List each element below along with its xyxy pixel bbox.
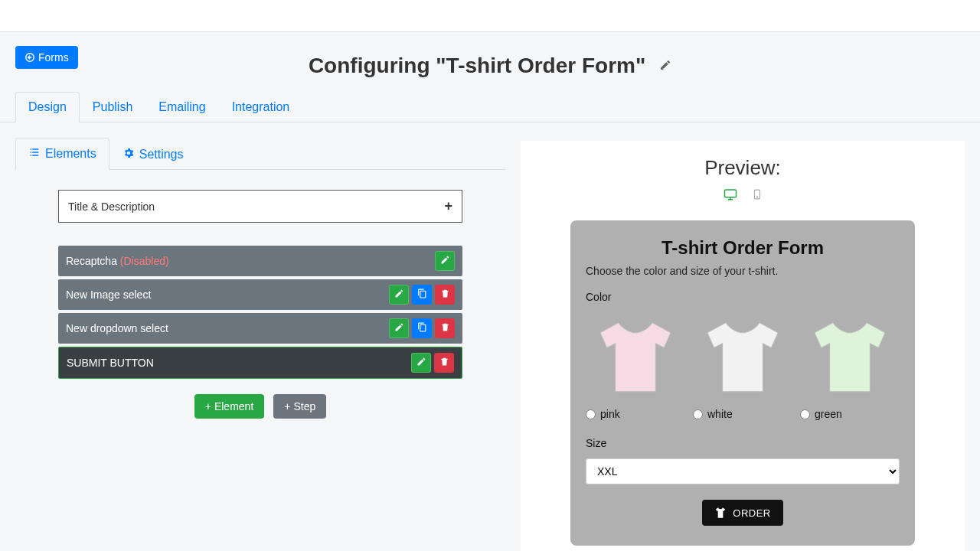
list-icon	[28, 146, 41, 161]
color-option-pink[interactable]: pink	[586, 312, 685, 420]
main-tabs: DesignPublishEmailingIntegration	[0, 92, 980, 122]
add-element-button[interactable]: + Element	[194, 394, 265, 419]
add-step-label: Step	[293, 400, 315, 412]
copy-element-button[interactable]	[412, 318, 432, 338]
title-description-row[interactable]: Title & Description +	[58, 190, 462, 223]
plus-icon: +	[284, 400, 290, 412]
order-button[interactable]: ORDER	[702, 500, 782, 526]
edit-element-button[interactable]	[411, 353, 431, 373]
color-radio[interactable]	[693, 409, 703, 419]
delete-element-button[interactable]	[434, 353, 454, 373]
element-row[interactable]: SUBMIT BUTTON	[58, 347, 462, 379]
disabled-badge: (Disabled)	[120, 255, 169, 267]
add-element-label: Element	[214, 400, 253, 412]
color-radio-row[interactable]: pink	[586, 408, 685, 420]
device-desktop-icon[interactable]	[723, 189, 742, 204]
forms-button-label: Forms	[38, 51, 69, 64]
preview-heading: Preview:	[536, 156, 949, 180]
color-field-label: Color	[586, 291, 900, 303]
page-title: Configuring "T-shirt Order Form"	[309, 54, 645, 78]
back-arrow-icon	[24, 52, 35, 63]
title-description-label: Title & Description	[68, 201, 155, 213]
delete-element-button[interactable]	[435, 285, 455, 305]
element-row[interactable]: New Image select	[58, 279, 462, 310]
tab-publish[interactable]: Publish	[80, 92, 145, 122]
tshirt-image	[701, 312, 785, 400]
color-radio-row[interactable]: white	[693, 408, 792, 420]
tshirt-image	[593, 312, 678, 400]
editor-tab-elements[interactable]: Elements	[15, 138, 109, 170]
form-preview: T-shirt Order Form Choose the color and …	[570, 220, 915, 546]
color-option-white[interactable]: white	[693, 312, 792, 420]
copy-element-button[interactable]	[412, 285, 432, 305]
element-label: SUBMIT BUTTON	[67, 357, 154, 369]
element-label: Recaptcha (Disabled)	[66, 255, 169, 267]
delete-icon	[440, 322, 450, 334]
delete-icon	[439, 357, 449, 369]
color-name-label: green	[815, 408, 842, 420]
plus-icon: +	[444, 198, 452, 214]
editor-tab-settings[interactable]: Settings	[109, 138, 197, 170]
element-row[interactable]: Recaptcha (Disabled)	[58, 246, 462, 276]
order-button-label: ORDER	[733, 507, 770, 519]
form-title: T-shirt Order Form	[586, 237, 900, 259]
size-select[interactable]: XXL	[586, 458, 900, 484]
device-mobile-icon[interactable]	[752, 189, 763, 204]
tab-emailing[interactable]: Emailing	[145, 92, 218, 122]
edit-icon	[416, 357, 426, 369]
delete-element-button[interactable]	[435, 318, 455, 338]
edit-icon	[440, 255, 450, 267]
back-to-forms-button[interactable]: Forms	[15, 46, 78, 69]
svg-point-3	[756, 197, 757, 197]
top-bar	[0, 0, 980, 32]
edit-element-button[interactable]	[389, 285, 409, 305]
editor-tabs: ElementsSettings	[15, 138, 505, 170]
color-option-green[interactable]: green	[800, 312, 900, 420]
tshirt-icon	[714, 507, 727, 519]
element-row[interactable]: New dropdown select	[58, 313, 462, 344]
color-name-label: white	[707, 408, 733, 420]
element-label: New dropdown select	[66, 322, 168, 334]
edit-element-button[interactable]	[389, 318, 409, 338]
edit-element-button[interactable]	[435, 251, 455, 271]
color-radio[interactable]	[586, 409, 596, 419]
color-name-label: pink	[600, 408, 620, 420]
tab-integration[interactable]: Integration	[219, 92, 303, 122]
tshirt-image	[808, 312, 892, 400]
color-radio-row[interactable]: green	[800, 408, 900, 420]
editor-tab-label: Settings	[139, 148, 184, 161]
editor-tab-label: Elements	[45, 147, 96, 161]
copy-icon	[417, 322, 427, 334]
svg-rect-1	[725, 190, 737, 197]
color-radio[interactable]	[800, 409, 810, 419]
element-label: New Image select	[66, 289, 151, 301]
edit-icon	[394, 322, 404, 334]
gear-icon	[122, 147, 135, 162]
tab-design[interactable]: Design	[15, 92, 80, 122]
delete-icon	[440, 289, 450, 301]
add-step-button[interactable]: + Step	[273, 394, 326, 419]
edit-title-icon[interactable]	[659, 59, 671, 73]
form-description: Choose the color and size of your t-shir…	[586, 265, 900, 277]
copy-icon	[417, 289, 427, 301]
plus-icon: +	[205, 400, 211, 412]
size-field-label: Size	[586, 437, 900, 449]
edit-icon	[394, 289, 404, 301]
